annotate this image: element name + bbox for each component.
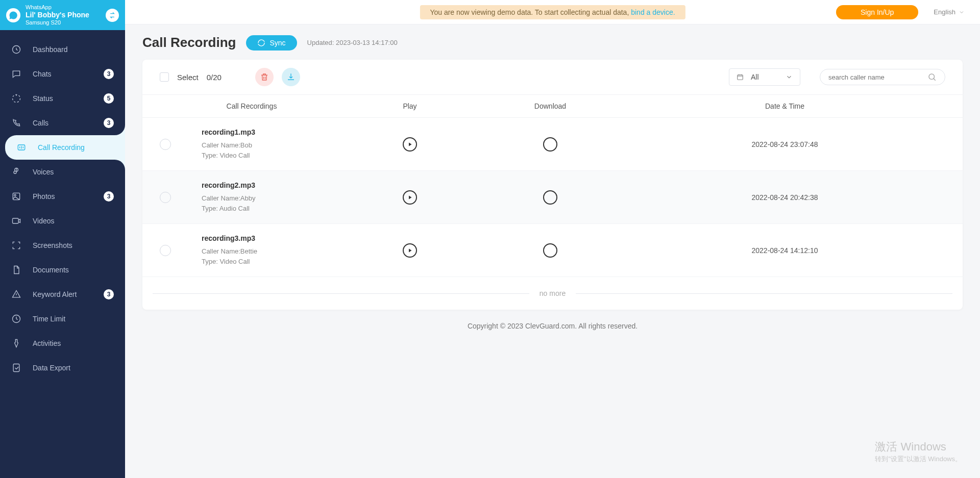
chevron-down-icon <box>786 73 793 81</box>
page-title: Call Recording <box>142 35 236 51</box>
play-button[interactable] <box>403 137 417 152</box>
bind-device-link[interactable]: bind a device. <box>631 8 675 16</box>
switch-device-icon[interactable] <box>106 9 119 22</box>
nav-icon <box>11 240 21 250</box>
download-arrow-icon <box>547 247 553 254</box>
nav-badge: 3 <box>104 289 114 299</box>
device-info: WhatsApp Lil' Bobby's Phone Samsung S20 <box>26 4 101 26</box>
chevron-down-icon <box>959 9 965 15</box>
nav-label: Keyword Alert <box>33 290 104 298</box>
nav-icon <box>11 191 21 202</box>
svg-rect-9 <box>738 75 743 80</box>
svg-rect-8 <box>13 364 19 372</box>
sidebar-item-voices[interactable]: Voices <box>0 160 125 184</box>
nav-label: Photos <box>33 192 104 200</box>
page-heading: Call Recording Sync Updated: 2023-03-13 … <box>142 35 963 51</box>
nav-icon <box>11 118 21 128</box>
nav-icon <box>11 93 21 104</box>
nav-label: Screenshots <box>33 241 114 249</box>
sidebar-item-chats[interactable]: Chats3 <box>0 62 125 86</box>
sidebar-item-screenshots[interactable]: Screenshots <box>0 233 125 258</box>
sidebar-item-calls[interactable]: Calls3 <box>0 111 125 135</box>
device-header[interactable]: WhatsApp Lil' Bobby's Phone Samsung S20 <box>0 0 125 30</box>
sidebar-item-call-recording[interactable]: Call Recording <box>5 135 125 160</box>
select-all-checkbox[interactable] <box>160 72 169 82</box>
play-icon <box>407 141 413 147</box>
download-button[interactable] <box>543 243 557 258</box>
sidebar-item-dashboard[interactable]: Dashboard <box>0 37 125 62</box>
table-row: recording1.mp3Caller Name:BobType: Video… <box>142 118 963 171</box>
sidebar-item-time-limit[interactable]: Time Limit <box>0 307 125 331</box>
play-icon <box>407 247 413 254</box>
nav: DashboardChats3Status5Calls3Call Recordi… <box>0 30 125 380</box>
table-body: recording1.mp3Caller Name:BobType: Video… <box>142 118 963 277</box>
sidebar-item-status[interactable]: Status5 <box>0 86 125 111</box>
col-download: Download <box>476 102 624 110</box>
sync-button[interactable]: Sync <box>246 35 297 51</box>
filter-select[interactable]: All <box>729 68 800 86</box>
sidebar-item-documents[interactable]: Documents <box>0 258 125 282</box>
caller-name: Caller Name:Abby <box>202 193 344 204</box>
svg-rect-6 <box>13 218 19 223</box>
nav-icon <box>11 363 21 373</box>
filter-value: All <box>751 73 759 81</box>
download-arrow-icon <box>547 194 553 200</box>
sync-icon <box>257 39 265 47</box>
select-label: Select <box>177 73 199 82</box>
row-select[interactable] <box>160 245 171 256</box>
download-all-button[interactable] <box>282 68 300 86</box>
nav-label: Time Limit <box>33 315 114 323</box>
sidebar-item-activities[interactable]: Activities <box>0 331 125 356</box>
nav-badge: 3 <box>104 69 114 79</box>
nav-icon <box>11 69 21 79</box>
sidebar-item-data-export[interactable]: Data Export <box>0 356 125 380</box>
download-button[interactable] <box>543 137 557 152</box>
signin-button[interactable]: Sign In/Up <box>836 5 918 19</box>
file-name: recording2.mp3 <box>202 181 344 189</box>
toolbar: Select 0/20 All <box>142 60 963 95</box>
download-icon <box>286 72 296 82</box>
sidebar-item-videos[interactable]: Videos <box>0 209 125 233</box>
col-recordings: Call Recordings <box>160 102 344 110</box>
nav-icon <box>11 289 21 299</box>
nav-label: Documents <box>33 266 114 274</box>
recordings-card: Select 0/20 All Call Recordings <box>142 60 963 310</box>
call-type: Type: Video Call <box>202 257 344 267</box>
download-button[interactable] <box>543 190 557 205</box>
row-select[interactable] <box>160 139 171 150</box>
call-type: Type: Audio Call <box>202 204 344 214</box>
language-selector[interactable]: English <box>934 8 965 16</box>
nav-icon <box>11 265 21 275</box>
main: Call Recording Sync Updated: 2023-03-13 … <box>125 24 980 478</box>
whatsapp-icon <box>6 8 20 22</box>
sidebar-item-keyword-alert[interactable]: Keyword Alert3 <box>0 282 125 307</box>
footer: Copyright © 2023 ClevGuard.com. All righ… <box>142 310 963 350</box>
row-info: recording2.mp3Caller Name:AbbyType: Audi… <box>202 181 344 213</box>
row-select[interactable] <box>160 192 171 203</box>
download-arrow-icon <box>547 141 553 147</box>
trash-icon <box>260 72 269 82</box>
calendar-icon <box>737 73 744 81</box>
nav-label: Videos <box>33 217 114 225</box>
search-box[interactable] <box>820 69 945 85</box>
table-header: Call Recordings Play Download Date & Tim… <box>142 95 963 118</box>
demo-text: You are now viewing demo data. To start … <box>430 8 631 16</box>
select-count: 0/20 <box>207 73 222 82</box>
search-icon <box>927 72 937 82</box>
col-play: Play <box>344 102 476 110</box>
nav-badge: 3 <box>104 191 114 202</box>
nav-label: Dashboard <box>33 45 114 54</box>
file-name: recording1.mp3 <box>202 128 344 136</box>
sidebar-item-photos[interactable]: Photos3 <box>0 184 125 209</box>
play-icon <box>407 194 413 200</box>
search-input[interactable] <box>828 73 927 81</box>
play-button[interactable] <box>403 190 417 205</box>
row-datetime: 2022-08-24 14:12:10 <box>624 246 945 255</box>
file-name: recording3.mp3 <box>202 234 344 242</box>
no-more: no more <box>142 277 963 310</box>
play-button[interactable] <box>403 243 417 258</box>
table-row: recording2.mp3Caller Name:AbbyType: Audi… <box>142 171 963 224</box>
nav-icon <box>11 338 21 348</box>
nav-icon <box>11 167 21 177</box>
delete-button[interactable] <box>255 68 274 86</box>
